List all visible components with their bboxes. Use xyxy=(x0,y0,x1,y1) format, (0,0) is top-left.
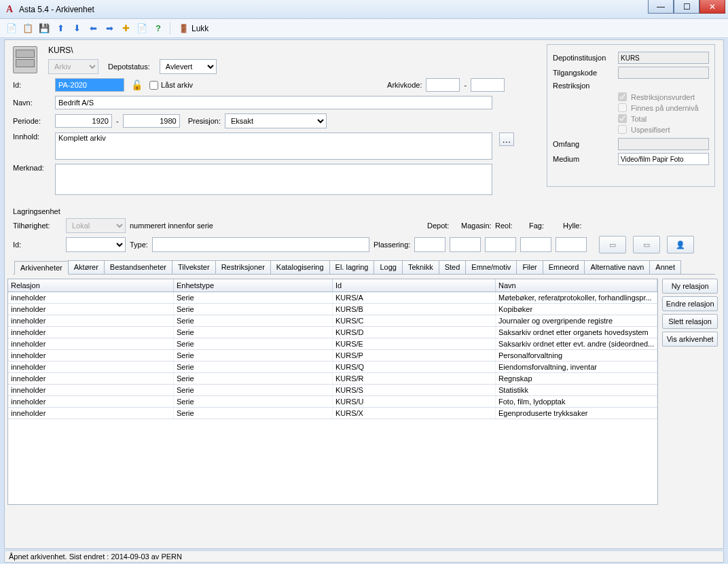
depotstatus-select[interactable]: Avlevert xyxy=(160,59,217,74)
tilhor-label: Tilhørighet: xyxy=(13,222,62,230)
down-icon[interactable]: ⬇ xyxy=(71,22,83,35)
tab-akt-rer[interactable]: Aktører xyxy=(68,260,105,274)
cell-id: KURS/U xyxy=(333,396,496,407)
type-input[interactable] xyxy=(152,237,369,252)
tab-tilvekster[interactable]: Tilvekster xyxy=(172,260,216,274)
tab-restriksjoner[interactable]: Restriksjoner xyxy=(215,260,271,274)
status-bar: Åpnet arkivenhet. Sist endret : 2014-09-… xyxy=(4,550,724,563)
minimize-button[interactable]: — xyxy=(648,0,674,14)
tab-alternative-navn[interactable]: Alternative navn xyxy=(584,260,650,274)
cell-navn: Personalforvaltning xyxy=(496,350,657,361)
table-row[interactable]: inneholderSerieKURS/XEgenproduserte tryk… xyxy=(8,408,657,419)
back-icon[interactable]: ⬅ xyxy=(87,22,99,35)
periode-label: Periode: xyxy=(13,117,51,125)
depot-input[interactable] xyxy=(414,237,445,252)
col-enhetstype[interactable]: Enhetstype xyxy=(174,279,333,292)
numbered-label: nummerert innenfor serie xyxy=(130,222,213,230)
add-node-icon[interactable]: ✚ xyxy=(120,22,132,35)
storage-btn3[interactable]: 👤 xyxy=(667,236,694,253)
storage-id-select[interactable] xyxy=(66,237,126,252)
new-icon[interactable]: 📄 xyxy=(5,22,18,35)
tab-teknikk[interactable]: Teknikk xyxy=(402,260,439,274)
close-window-button[interactable]: ✕ xyxy=(699,0,725,14)
depot-label: Depot: xyxy=(427,222,460,230)
arkivkode-label: Arkivkode: xyxy=(387,81,422,89)
reol-input[interactable] xyxy=(485,237,516,252)
restrik-chk4: Uspesifisert xyxy=(618,125,709,134)
cell-type: Serie xyxy=(174,362,333,372)
arkivkode2-input[interactable] xyxy=(471,78,505,92)
tab-bestandsenheter[interactable]: Bestandsenheter xyxy=(104,260,172,274)
reol-label: Reol: xyxy=(495,222,528,230)
cell-id: KURS/P xyxy=(333,350,496,361)
tab-arkivenheter[interactable]: Arkivenheter xyxy=(14,261,69,275)
table-row[interactable]: inneholderSerieKURS/CJournaler og overgr… xyxy=(8,315,657,327)
save-icon[interactable]: 💾 xyxy=(38,22,50,35)
navn-input[interactable] xyxy=(55,96,492,109)
tab-katalogisering[interactable]: Katalogisering xyxy=(270,260,330,274)
merknad-textarea[interactable] xyxy=(55,164,492,195)
magasin-input[interactable] xyxy=(450,237,481,252)
fag-input[interactable] xyxy=(520,237,551,252)
document-icon[interactable]: 📄 xyxy=(136,22,148,35)
periode-to-input[interactable] xyxy=(123,114,180,128)
maximize-button[interactable]: ☐ xyxy=(674,0,699,14)
forward-icon[interactable]: ➡ xyxy=(103,22,115,35)
close-button[interactable]: 🚪 Lukk xyxy=(179,24,208,33)
locked-archive-checkbox[interactable]: Låst arkiv xyxy=(149,81,193,90)
col-id[interactable]: Id xyxy=(333,279,496,292)
col-relasjon[interactable]: Relasjon xyxy=(8,279,174,292)
cabinet-icon xyxy=(13,46,37,73)
table-row[interactable]: inneholderSerieKURS/AMøtebøker, referatp… xyxy=(8,292,657,304)
table-row[interactable]: inneholderSerieKURS/DSaksarkiv ordnet et… xyxy=(8,327,657,338)
breadcrumb: KURS\ xyxy=(48,46,217,55)
table-row[interactable]: inneholderSerieKURS/QEiendomsforvaltning… xyxy=(8,362,657,373)
id-input[interactable] xyxy=(55,78,124,92)
tab-emne-motiv[interactable]: Emne/motiv xyxy=(465,260,517,274)
cell-id: KURS/B xyxy=(333,304,496,315)
tab-annet[interactable]: Annet xyxy=(649,260,681,274)
cell-rel: inneholder xyxy=(8,327,174,338)
tab-el-lagring[interactable]: El. lagring xyxy=(329,260,375,274)
storage-btn1[interactable]: ▭ xyxy=(599,236,626,253)
table-row[interactable]: inneholderSerieKURS/UFoto, film, lydoppt… xyxy=(8,396,657,408)
periode-dash: - xyxy=(116,117,119,125)
unlock-icon[interactable]: 🔓 xyxy=(131,80,143,90)
cell-navn: Saksarkiv ordnet etter organets hovedsys… xyxy=(496,327,657,338)
table-row[interactable]: inneholderSerieKURS/SStatistikk xyxy=(8,385,657,396)
table-row[interactable]: inneholderSerieKURS/BKopibøker xyxy=(8,304,657,315)
tab-filer[interactable]: Filer xyxy=(516,260,543,274)
cell-type: Serie xyxy=(174,396,333,407)
up-icon[interactable]: ⬆ xyxy=(54,22,67,35)
col-navn[interactable]: Navn xyxy=(496,279,657,292)
storage-id-label: Id: xyxy=(13,241,62,249)
cell-rel: inneholder xyxy=(8,350,174,361)
locked-checkbox-input[interactable] xyxy=(149,81,158,90)
arkiv-select[interactable]: Arkiv xyxy=(48,59,98,74)
table-row[interactable]: inneholderSerieKURS/RRegnskap xyxy=(8,373,657,385)
table-row[interactable]: inneholderSerieKURS/ESaksarkiv ordnet et… xyxy=(8,338,657,350)
cell-navn: Møtebøker, referatprotokoller, forhandli… xyxy=(496,292,657,303)
cell-type: Serie xyxy=(174,385,333,395)
tab-emneord[interactable]: Emneord xyxy=(543,260,585,274)
hylle-input[interactable] xyxy=(556,237,587,252)
edit-relation-button[interactable]: Endre relasjon xyxy=(662,296,718,311)
periode-from-input[interactable] xyxy=(55,114,112,128)
presisjon-select[interactable]: Eksakt xyxy=(225,113,327,128)
tilhor-select[interactable]: Lokal xyxy=(66,218,126,233)
new-relation-button[interactable]: Ny relasjon xyxy=(662,279,718,294)
arkivkode1-input[interactable] xyxy=(426,78,460,92)
innhold-textarea[interactable]: Komplett arkiv xyxy=(55,133,492,160)
delete-relation-button[interactable]: Slett relasjon xyxy=(662,314,718,329)
innhold-more-button[interactable]: … xyxy=(499,133,514,146)
cell-navn: Journaler og overgripende registre xyxy=(496,315,657,326)
storage-btn2[interactable]: ▭ xyxy=(633,236,660,253)
tab-sted[interactable]: Sted xyxy=(439,260,467,274)
copy-icon[interactable]: 📋 xyxy=(22,22,34,35)
table-row[interactable]: inneholderSerieKURS/PPersonalforvaltning xyxy=(8,350,657,362)
cell-rel: inneholder xyxy=(8,408,174,419)
tab-logg[interactable]: Logg xyxy=(374,260,402,274)
show-archive-button[interactable]: Vis arkivenhet xyxy=(662,332,718,347)
help-icon[interactable]: ? xyxy=(152,22,164,35)
depotinst-value: KURS xyxy=(618,52,709,64)
